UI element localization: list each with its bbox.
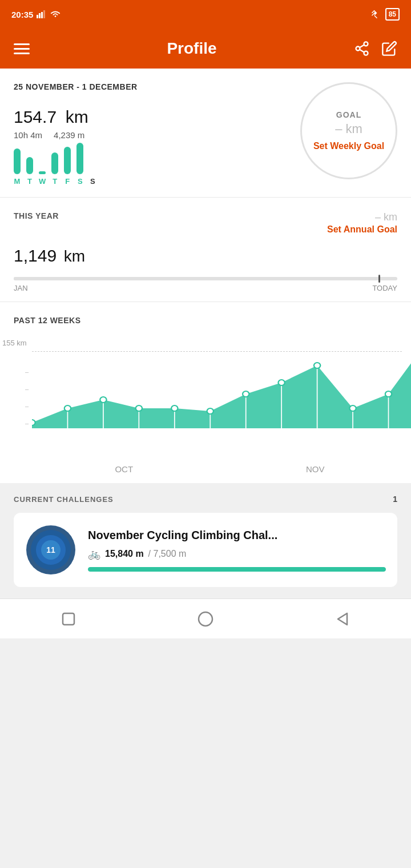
bar-tue	[26, 157, 33, 174]
challenge-name: November Cycling Climbing Chal...	[88, 529, 386, 542]
year-progress-bar	[14, 277, 397, 280]
week-duration: 10h 4m	[14, 130, 42, 140]
bar-tuesday: T	[26, 157, 33, 186]
svg-text:11: 11	[46, 545, 55, 554]
bar-sat	[76, 143, 83, 174]
year-label-block: THIS YEAR	[14, 211, 59, 220]
svg-point-15	[199, 612, 212, 626]
edit-icon[interactable]	[381, 41, 397, 57]
year-header: THIS YEAR – km Set Annual Goal	[14, 211, 397, 235]
progress-today: TODAY	[372, 284, 397, 292]
chart-dot	[207, 408, 213, 414]
challenge-stats: 🚲 15,840 m / 7,500 m	[88, 548, 386, 560]
chart-dot	[171, 405, 178, 411]
svg-line-8	[360, 45, 364, 48]
svg-point-6	[364, 51, 368, 55]
bar-thursday: T	[51, 152, 58, 186]
challenges-header: CURRENT CHALLENGES 1	[14, 495, 397, 504]
week-section: 25 NOVEMBER - 1 DECEMBER 154.7 km 10h 4m…	[0, 69, 411, 197]
chart-polygon	[32, 345, 411, 428]
year-label: THIS YEAR	[14, 211, 59, 220]
svg-line-7	[360, 50, 364, 53]
set-annual-goal-button[interactable]: Set Annual Goal	[327, 224, 397, 235]
bar-sunday: S	[89, 174, 96, 186]
challenges-section: CURRENT CHALLENGES 1 11 November Cycling…	[0, 483, 411, 598]
week-distance: 154.7 km	[14, 96, 300, 128]
chart-dot	[32, 420, 35, 425]
bike-icon: 🚲	[88, 548, 100, 560]
bottom-nav	[0, 598, 411, 638]
chart-x-labels: OCT NOV	[0, 460, 411, 483]
nav-home-icon[interactable]	[195, 609, 216, 629]
challenges-title: CURRENT CHALLENGES	[14, 495, 114, 504]
chart-dot	[243, 391, 249, 397]
bar-mon	[14, 148, 21, 174]
status-bar: 20:35 85	[0, 0, 411, 29]
set-weekly-goal-button[interactable]: Set Weekly Goal	[313, 141, 384, 151]
challenge-info: November Cycling Climbing Chal... 🚲 15,8…	[88, 529, 386, 572]
week-bars: M T W T	[14, 151, 300, 186]
wifi-icon	[50, 10, 61, 18]
chart-x-nov: NOV	[306, 464, 325, 474]
share-icon[interactable]	[354, 41, 370, 57]
goal-label: GOAL	[336, 110, 361, 119]
year-goal-right: – km Set Annual Goal	[327, 211, 397, 235]
chart-dot	[349, 405, 356, 411]
challenge-progress-fill	[88, 567, 386, 572]
bar-friday: F	[64, 147, 71, 186]
svg-point-5	[356, 47, 360, 51]
progress-jan: JAN	[14, 284, 28, 292]
svg-rect-0	[37, 15, 38, 18]
chart-y-label: 155 km	[2, 339, 27, 347]
bar-monday: M	[14, 148, 21, 186]
progress-marker	[378, 275, 380, 283]
battery-indicator: 85	[385, 8, 400, 21]
chart-svg	[32, 334, 411, 443]
chart-dot	[136, 405, 142, 411]
challenge-card[interactable]: 11 November Cycling Climbing Chal... 🚲 1…	[14, 513, 397, 587]
menu-button[interactable]	[14, 43, 30, 54]
weekly-goal-circle: GOAL – km Set Weekly Goal	[300, 82, 397, 179]
chart-dot	[278, 380, 284, 385]
challenges-count: 1	[393, 495, 397, 504]
bar-thu	[51, 152, 58, 174]
year-distance: 1,149 km	[14, 237, 397, 268]
challenge-progress-bar	[88, 567, 386, 572]
svg-rect-1	[39, 13, 41, 18]
year-km-label: – km	[327, 211, 397, 223]
week-left: 25 NOVEMBER - 1 DECEMBER 154.7 km 10h 4m…	[14, 82, 300, 186]
bar-saturday: S	[76, 143, 83, 186]
challenge-current: 15,840 m	[105, 549, 144, 559]
chart-dot	[314, 363, 320, 368]
chart-dot	[100, 397, 106, 403]
year-section: THIS YEAR – km Set Annual Goal 1,149 km …	[0, 198, 411, 302]
svg-rect-2	[41, 12, 43, 18]
bar-wed	[39, 171, 46, 174]
week-elevation: 4,239 m	[54, 130, 84, 140]
challenge-icon: 11	[25, 524, 76, 576]
challenge-total: / 7,500 m	[148, 549, 187, 559]
bar-wednesday: W	[39, 171, 46, 186]
app-header: Profile	[0, 29, 411, 69]
svg-rect-3	[43, 10, 45, 18]
svg-point-4	[364, 42, 368, 46]
signal-icon	[37, 10, 47, 18]
chart-dot	[385, 391, 392, 397]
challenge-badge-svg: 11	[25, 524, 76, 576]
bar-fri	[64, 147, 71, 174]
nav-back-icon[interactable]	[332, 609, 353, 629]
week-date: 25 NOVEMBER - 1 DECEMBER	[14, 82, 300, 91]
progress-fill	[14, 277, 366, 280]
main-content: 25 NOVEMBER - 1 DECEMBER 154.7 km 10h 4m…	[0, 69, 411, 483]
nav-recent-apps-icon[interactable]	[58, 609, 79, 629]
time-display: 20:35	[11, 10, 33, 19]
goal-km: – km	[335, 122, 362, 136]
chart-area-container: 155 km – – – –	[0, 334, 411, 460]
header-title: Profile	[167, 39, 216, 58]
chart-section: PAST 12 WEEKS 155 km – – – –	[0, 302, 411, 483]
week-stats: 10h 4m 4,239 m	[14, 130, 300, 140]
progress-labels: JAN TODAY	[14, 284, 397, 292]
status-left: 20:35	[11, 10, 61, 19]
status-right: 85	[369, 8, 400, 21]
svg-rect-14	[63, 613, 74, 625]
